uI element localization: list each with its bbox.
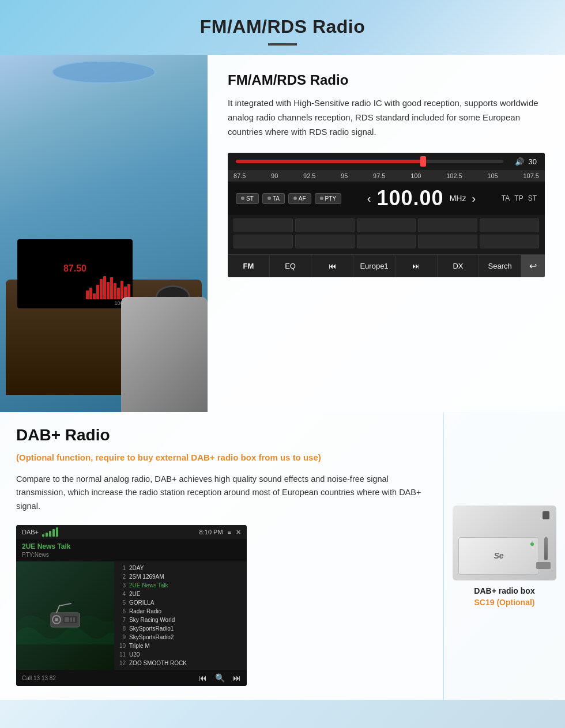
dab-time: 8:10 PM	[199, 529, 223, 535]
radio-ta-button[interactable]: TA	[502, 194, 510, 202]
station-3[interactable]: 3 2UE News Talk	[118, 581, 243, 590]
station-num-4: 4	[118, 591, 126, 597]
station-2[interactable]: 2 2SM 1269AM	[118, 572, 243, 581]
search-button[interactable]: Search	[479, 255, 521, 277]
station-10[interactable]: 10 Triple M	[118, 642, 243, 650]
radio-ui: 🔊 30 87.5 90 92.5 95 97.5 100 102.5 105 …	[228, 153, 545, 277]
back-button[interactable]: ↩	[521, 255, 545, 277]
svg-rect-6	[73, 617, 75, 622]
station-name-4: 2UE	[129, 591, 140, 597]
station-name-7: Sky Racing World	[129, 617, 175, 623]
svg-point-2	[55, 618, 58, 621]
freq-unit: MHz	[450, 194, 466, 203]
dab-next-button[interactable]: ⏭	[233, 673, 241, 682]
station-num-8: 8	[118, 625, 126, 632]
radio-main-display: ST TA AF PTY	[228, 182, 545, 215]
station-name-10: Triple M	[129, 643, 150, 649]
station-name-8: SkySportsRadio1	[129, 625, 174, 632]
freq-92.5: 92.5	[303, 172, 315, 179]
station-num-3: 3	[118, 582, 126, 589]
preset-cell-10[interactable]	[480, 235, 539, 248]
prev-button[interactable]: ⏮	[311, 255, 353, 277]
fm-section-desc: It integrated with High-Sensitive radio …	[228, 96, 545, 139]
station-4[interactable]: 4 2UE	[118, 590, 243, 598]
freq-prev-button[interactable]: ‹	[367, 192, 371, 205]
freq-90: 90	[271, 172, 278, 179]
freq-102.5: 102.5	[446, 172, 462, 179]
station-num-5: 5	[118, 599, 126, 606]
station-1[interactable]: 1 2DAY	[118, 564, 243, 572]
preset-cell-3[interactable]	[357, 218, 416, 232]
dab-search-button[interactable]: 🔍	[215, 673, 225, 682]
freq-number: 100.00	[377, 186, 444, 210]
radio-tp-button[interactable]: TP	[514, 194, 523, 202]
usb-cable	[544, 537, 548, 560]
sig-bar-2	[46, 533, 48, 537]
dab-menu-icon: ≡	[228, 529, 231, 535]
next-button[interactable]: ⏭	[396, 255, 438, 277]
dab-close-icon[interactable]: ✕	[236, 529, 241, 536]
station-12[interactable]: 12 ZOO SMOOTH ROCK	[118, 659, 243, 667]
station-6[interactable]: 6 Radar Radio	[118, 607, 243, 616]
radio-top-bar: 🔊 30	[228, 153, 545, 170]
dx-button[interactable]: DX	[438, 255, 480, 277]
dab-box-container: Se	[458, 511, 551, 575]
preset-pty[interactable]: PTY	[315, 193, 341, 204]
preset-ta[interactable]: TA	[262, 193, 285, 204]
station-8[interactable]: 8 SkySportsRadio1	[118, 624, 243, 633]
dab-box-label: DAB+ radio box	[474, 586, 534, 595]
freq-105: 105	[487, 172, 498, 179]
preset-st-label: ST	[246, 195, 254, 202]
dab-call-label: Call 13 13 82	[22, 675, 56, 681]
preset-dot-af	[293, 197, 297, 200]
dab-ui: DAB+ 8:10 PM ≡ ✕	[16, 525, 247, 686]
preset-af[interactable]: AF	[288, 193, 311, 204]
freq-next-button[interactable]: ›	[472, 192, 476, 205]
station-11[interactable]: 11 U20	[118, 650, 243, 659]
led-indicator	[530, 542, 534, 546]
radio-preset-rows	[228, 215, 545, 254]
dab-status-right: 8:10 PM ≡ ✕	[199, 529, 241, 536]
head-unit-screen: 87.50	[17, 239, 133, 308]
car-seat	[121, 297, 208, 412]
station-name-2: 2SM 1269AM	[129, 574, 164, 580]
station-9[interactable]: 9 SkySportsRadio2	[118, 633, 243, 642]
page-title-section: FM/AM/RDS Radio	[0, 0, 565, 55]
dab-content-row: DAB+ Radio (Optional function, require t…	[0, 412, 565, 700]
preset-dot-ta	[268, 197, 271, 200]
sig-bar-3	[49, 531, 51, 537]
fm-right-panel: FM/AM/RDS Radio It integrated with High-…	[208, 55, 565, 412]
preset-st[interactable]: ST	[236, 193, 259, 204]
preset-cell-7[interactable]	[295, 235, 355, 248]
station-name-11: U20	[129, 651, 140, 658]
volume-icon: 🔊	[515, 157, 524, 166]
dab-status-left: DAB+	[22, 527, 58, 537]
dab-prev-button[interactable]: ⏮	[199, 673, 207, 682]
dab-box-body: Se	[458, 537, 539, 575]
radio-right-buttons: TA TP ST	[502, 194, 537, 202]
bar-chart	[86, 276, 130, 299]
freq-main-display: ‹ 100.00 MHz ›	[341, 186, 502, 210]
preset-cell-9[interactable]	[418, 235, 477, 248]
radio-st-button[interactable]: ST	[528, 194, 537, 202]
eq-button[interactable]: EQ	[270, 255, 312, 277]
preset-cell-4[interactable]	[418, 218, 477, 232]
screen-content: 87.50	[17, 239, 133, 308]
preset-cell-1[interactable]	[233, 218, 293, 232]
preset-cell-5[interactable]	[480, 218, 539, 232]
station-5[interactable]: 5 GORILLA	[118, 598, 243, 607]
freq-107.5: 107.5	[523, 172, 539, 179]
station-num-10: 10	[118, 643, 126, 649]
antenna-connector	[536, 562, 551, 569]
station-7[interactable]: 7 Sky Racing World	[118, 616, 243, 624]
preset-row-2	[233, 235, 539, 248]
freq-87.5: 87.5	[233, 172, 246, 179]
preset-cell-2[interactable]	[295, 218, 355, 232]
preset-cell-8[interactable]	[357, 235, 416, 248]
fm-button[interactable]: FM	[228, 255, 270, 277]
svg-rect-4	[65, 617, 69, 622]
preset-cell-6[interactable]	[233, 235, 293, 248]
radio-bottom-bar: FM EQ ⏮ Europe1 ⏭ DX Search ↩	[228, 254, 545, 277]
europe1-button[interactable]: Europe1	[353, 255, 396, 277]
dab-box-image: Se	[453, 506, 556, 580]
